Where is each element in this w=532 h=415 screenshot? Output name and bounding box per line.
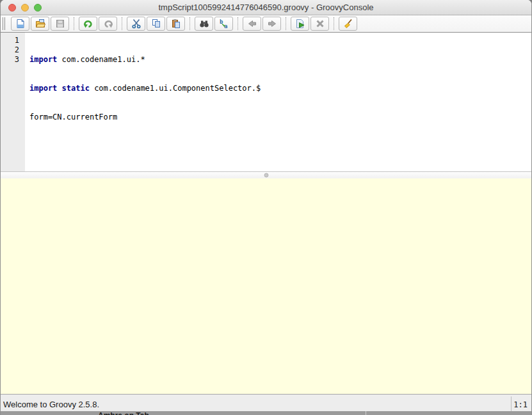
window-title: tmpScript1005992414776046590.groovy - Gr… xyxy=(158,3,373,12)
toolbar-separator xyxy=(334,17,334,30)
background-window-divider xyxy=(366,411,366,415)
zoom-button[interactable] xyxy=(34,4,42,12)
code-token-keyword: import static xyxy=(29,84,90,93)
cut-button[interactable] xyxy=(127,17,145,31)
history-forward-button[interactable] xyxy=(262,17,281,31)
toolbar: ba xyxy=(1,15,531,33)
paste-icon xyxy=(171,19,181,29)
interrupt-icon xyxy=(315,19,325,29)
redo-button[interactable] xyxy=(99,17,117,31)
copy-icon xyxy=(151,19,161,29)
open-file-button[interactable] xyxy=(31,17,49,31)
status-bar: Welcome to Groovy 2.5.8. 1:1 xyxy=(1,394,531,411)
new-file-button[interactable] xyxy=(11,17,29,31)
save-icon xyxy=(55,19,65,29)
toolbar-separator xyxy=(74,17,74,30)
save-button[interactable] xyxy=(51,17,69,31)
copy-button[interactable] xyxy=(147,17,165,31)
history-back-icon xyxy=(247,19,257,29)
line-number: 1 xyxy=(1,36,19,45)
find-button[interactable] xyxy=(195,17,213,31)
title-bar[interactable]: tmpScript1005992414776046590.groovy - Gr… xyxy=(1,0,531,15)
code-pane[interactable]: import com.codename1.ui.* import static … xyxy=(25,33,531,171)
code-line: import static com.codename1.ui.Component… xyxy=(29,84,531,93)
paste-button[interactable] xyxy=(166,17,185,31)
interrupt-button[interactable] xyxy=(310,17,329,31)
history-back-button[interactable] xyxy=(243,17,261,31)
minimize-button[interactable] xyxy=(21,4,29,12)
redo-icon xyxy=(103,19,113,29)
open-file-icon xyxy=(35,19,45,29)
line-number: 2 xyxy=(1,45,19,55)
history-forward-icon xyxy=(267,19,277,29)
code-token-keyword: import xyxy=(29,55,57,64)
line-number: 3 xyxy=(1,55,19,65)
close-button[interactable] xyxy=(8,4,16,12)
undo-icon xyxy=(83,19,93,29)
find-icon xyxy=(199,19,209,29)
groovy-console-window: tmpScript1005992414776046590.groovy - Gr… xyxy=(0,0,532,415)
output-pane[interactable] xyxy=(1,178,531,394)
status-message: Welcome to Groovy 2.5.8. xyxy=(1,400,99,411)
toolbar-drag-handle[interactable] xyxy=(3,17,8,30)
code-token: com.codename1.ui.* xyxy=(57,55,145,64)
background-window-strip: Ambre on Tab xyxy=(1,411,531,415)
split-divider[interactable] xyxy=(1,171,531,178)
clear-output-button[interactable] xyxy=(339,17,357,31)
code-token: com.codename1.ui.ComponentSelector.$ xyxy=(90,84,261,93)
code-token: form=CN.currentForm xyxy=(29,113,117,121)
traffic-lights xyxy=(8,0,42,15)
cut-icon xyxy=(131,19,141,29)
caret-position: 1:1 xyxy=(511,396,531,411)
line-number-gutter: 1 2 3 xyxy=(1,33,25,171)
toolbar-separator xyxy=(122,17,122,30)
code-line: form=CN.currentForm xyxy=(29,113,531,122)
run-script-button[interactable] xyxy=(291,17,309,31)
run-script-icon xyxy=(295,19,305,29)
splitter-grip-icon xyxy=(264,173,268,178)
toolbar-separator xyxy=(238,17,238,30)
code-line: import com.codename1.ui.* xyxy=(29,55,531,65)
toolbar-separator xyxy=(189,17,190,30)
undo-button[interactable] xyxy=(79,17,97,31)
replace-icon: ba xyxy=(219,19,229,29)
code-editor[interactable]: 1 2 3 import com.codename1.ui.* import s… xyxy=(1,33,531,171)
background-window-text: Ambre on Tab xyxy=(98,412,149,415)
replace-button[interactable]: ba xyxy=(214,17,233,31)
toolbar-separator xyxy=(286,17,286,30)
clear-output-icon xyxy=(343,19,353,29)
new-file-icon xyxy=(15,19,26,29)
